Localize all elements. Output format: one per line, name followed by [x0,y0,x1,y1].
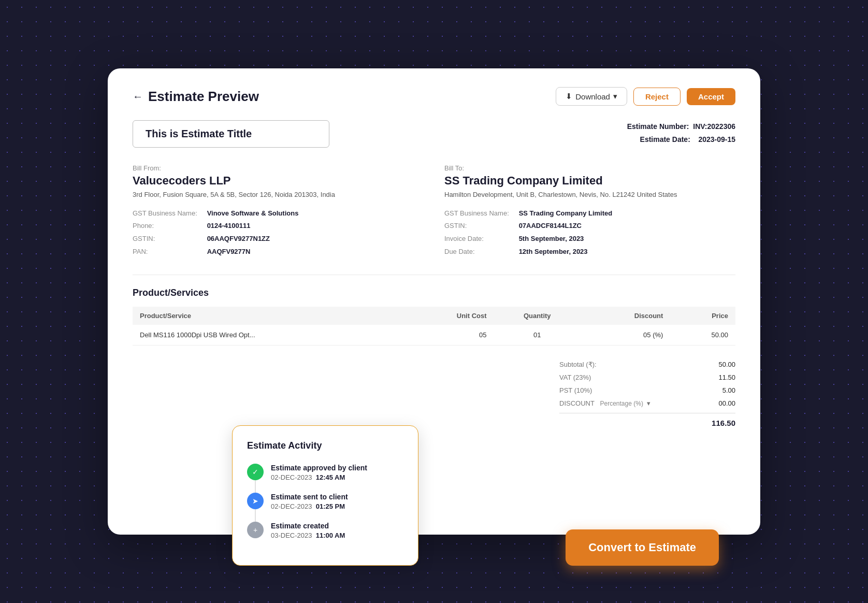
bill-from-gstin-label: GSTIN: [133,233,205,246]
bill-to-address: Hamilton Development, Unit B, Charlestow… [444,190,735,200]
bill-from-gstin-row: GSTIN: 06AAQFV9277N1ZZ [133,233,424,246]
convert-to-estimate-button[interactable]: Convert to Estimate [566,529,719,566]
estimate-date-value: 2023-09-15 [698,135,735,143]
activity-content-2: Estimate created 03-DEC-2023 11:00 AM [271,522,345,539]
header-actions: ⬇ Download ▾ Reject Accept [556,87,735,106]
activity-card: Estimate Activity ✓ Estimate approved by… [232,425,418,566]
bill-from-label: Bill From: [133,164,424,172]
bill-to-details: GST Business Name: SS Trading Company Li… [444,207,735,259]
bill-from: Bill From: Valucecoders LLP 3rd Floor, F… [133,164,424,258]
bill-to-gstin-label: GSTIN: [444,220,517,233]
col-price: Price [670,307,735,325]
estimate-number-row: Estimate Number: INV:2022306 [627,120,735,133]
activity-content-1: Estimate sent to client 02-DEC-2023 01:2… [271,493,348,510]
bill-from-phone-value: 0124-4100111 [207,222,251,229]
table-row: Dell MS116 1000Dpi USB Wired Opt... 05 0… [133,325,735,346]
activity-icon-created: + [247,522,264,538]
bill-to-gstin-row: GSTIN: 07AADCF8144L1ZC [444,220,735,233]
pst-row: PST (10%) 5.00 [559,384,735,397]
subtotal-value: 50.00 [718,361,735,368]
bill-to-due-date-row: Due Date: 12th September, 2023 [444,246,735,259]
bill-to-name: SS Trading Company Limited [444,174,735,188]
header-left: ← Estimate Preview [133,89,259,105]
bill-to-due-date-label: Due Date: [444,246,517,259]
products-table: Product/Service Unit Cost Quantity Disco… [133,307,735,346]
totals-section: Subtotal (₹): 50.00 VAT (23%) 11.50 PST … [133,358,735,430]
activity-card-title: Estimate Activity [247,440,403,451]
discount-row: DISCOUNT Percentage (%) ▾ 00.00 [559,397,735,410]
table-header-row: Product/Service Unit Cost Quantity Disco… [133,307,735,325]
bill-to: Bill To: SS Trading Company Limited Hami… [444,164,735,258]
back-arrow-icon[interactable]: ← [133,91,143,103]
col-discount: Discount [581,307,670,325]
bill-from-pan-value: AAQFV9277N [207,248,251,255]
bill-from-gst-value: Vinove Software & Solutions [207,209,299,217]
activity-text-1: Estimate sent to client [271,493,348,501]
subtotal-label: Subtotal (₹): [559,361,597,368]
estimate-date-label: Estimate Date: [640,135,690,143]
quantity-cell: 01 [494,325,581,346]
bill-to-gst-row: GST Business Name: SS Trading Company Li… [444,207,735,220]
col-quantity: Quantity [494,307,581,325]
bill-to-due-date-value: 12th September, 2023 [519,248,588,255]
bill-to-gst-value: SS Trading Company Limited [519,209,613,217]
activity-text-0: Estimate approved by client [271,464,367,472]
pst-label: PST (10%) [559,386,592,394]
estimate-date-row: Estimate Date: 2023-09-15 [627,133,735,146]
accept-button[interactable]: Accept [687,88,735,105]
products-section: Product/Services Product/Service Unit Co… [133,288,735,346]
bill-to-invoice-date-label: Invoice Date: [444,233,517,246]
pst-value: 5.00 [722,386,735,394]
subtotal-row: Subtotal (₹): 50.00 [559,358,735,371]
activity-item: ➤ Estimate sent to client 02-DEC-2023 01… [247,493,403,510]
bill-to-invoice-date-value: 5th September, 2023 [519,235,584,242]
activity-time-0: 02-DEC-2023 12:45 AM [271,473,367,481]
products-section-title: Product/Services [133,288,735,298]
total-final-value: 116.50 [712,419,735,427]
main-card: ← Estimate Preview ⬇ Download ▾ Reject A… [108,68,760,535]
section-divider [133,275,735,275]
activity-time-1: 02-DEC-2023 01:25 PM [271,503,348,510]
bill-from-pan-label: PAN: [133,246,205,259]
discount-value: 00.00 [718,399,735,407]
activity-icon-approved: ✓ [247,464,264,480]
estimate-number-label: Estimate Number: [627,122,689,131]
reject-button[interactable]: Reject [633,88,681,106]
activity-item: ✓ Estimate approved by client 02-DEC-202… [247,464,403,481]
discount-label: DISCOUNT Percentage (%) ▾ [559,399,650,407]
activity-icon-sent: ➤ [247,493,264,509]
bill-to-gstin-value: 07AADCF8144L1ZC [519,222,582,229]
bill-row: Bill From: Valucecoders LLP 3rd Floor, F… [133,164,735,258]
bill-from-details: GST Business Name: Vinove Software & Sol… [133,207,424,259]
product-name-cell: Dell MS116 1000Dpi USB Wired Opt... [133,325,402,346]
vat-value: 11.50 [718,374,735,381]
bill-from-gst-label: GST Business Name: [133,207,205,220]
estimate-title-box: This is Estimate Tittle [133,120,329,148]
bill-to-invoice-date-row: Invoice Date: 5th September, 2023 [444,233,735,246]
estimate-meta: Estimate Number: INV:2022306 Estimate Da… [627,120,735,146]
page-title: Estimate Preview [148,89,259,105]
activity-content-0: Estimate approved by client 02-DEC-2023 … [271,464,367,481]
bill-from-phone-row: Phone: 0124-4100111 [133,220,424,233]
total-final-row: 116.50 [559,413,735,430]
dropdown-chevron-icon: ▾ [613,92,617,101]
download-label: Download [575,92,610,101]
activity-item: + Estimate created 03-DEC-2023 11:00 AM [247,522,403,539]
activity-text-2: Estimate created [271,522,345,530]
bill-from-name: Valucecoders LLP [133,174,424,188]
discount-cell: 05 (%) [581,325,670,346]
bill-from-address: 3rd Floor, Fusion Square, 5A & 5B, Secto… [133,190,424,200]
download-icon: ⬇ [566,92,572,101]
price-cell: 50.00 [670,325,735,346]
unit-cost-cell: 05 [402,325,494,346]
download-button[interactable]: ⬇ Download ▾ [556,87,627,106]
bill-from-gst-row: GST Business Name: Vinove Software & Sol… [133,207,424,220]
estimate-title-row: This is Estimate Tittle Estimate Number:… [133,120,735,148]
vat-row: VAT (23%) 11.50 [559,371,735,384]
activity-time-2: 03-DEC-2023 11:00 AM [271,532,345,539]
header: ← Estimate Preview ⬇ Download ▾ Reject A… [133,87,735,106]
col-product-service: Product/Service [133,307,402,325]
totals-table: Subtotal (₹): 50.00 VAT (23%) 11.50 PST … [559,358,735,430]
vat-label: VAT (23%) [559,374,591,381]
estimate-number-value: INV:2022306 [693,122,735,131]
